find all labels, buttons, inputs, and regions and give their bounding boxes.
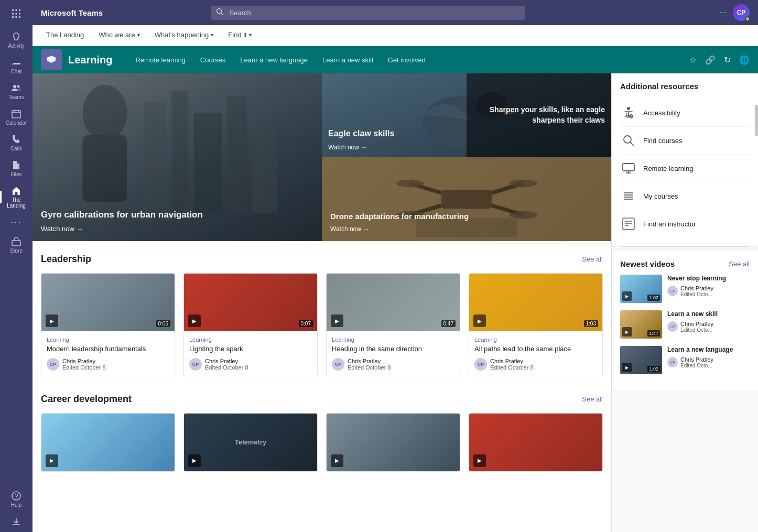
sidebar-item-calls[interactable]: Calls bbox=[0, 130, 33, 156]
newest-title: Learn a new language bbox=[667, 346, 750, 354]
hero-card-eagle-title: Eagle claw skills bbox=[328, 128, 394, 139]
hero-card-gyro-link[interactable]: Watch now → bbox=[41, 225, 313, 233]
newest-title: Learn a new skill bbox=[667, 310, 750, 319]
hero-card-drone[interactable]: Drone adaptations for manufacturing Watc… bbox=[322, 157, 611, 241]
video-duration: 0:47 bbox=[441, 320, 456, 327]
career-see-all[interactable]: See all bbox=[582, 395, 603, 403]
edited-date: Edited October 8 bbox=[62, 364, 106, 371]
search-input[interactable] bbox=[211, 6, 525, 20]
section-header-leadership: Leadership See all bbox=[41, 254, 603, 265]
sidebar-item-store[interactable]: Store bbox=[0, 232, 33, 258]
newest-video-never-stop[interactable]: ▶ 1:02 Never stop learning CP Chris Prat… bbox=[620, 275, 750, 303]
edited-date: Edited October 8 bbox=[490, 364, 534, 371]
newest-video-thumb: ▶ 1:02 bbox=[620, 346, 662, 374]
newest-video-thumb: ▶ 1:47 bbox=[620, 310, 662, 339]
sidebar-item-more[interactable]: ··· bbox=[0, 213, 33, 232]
author-name: Chris Pratley bbox=[205, 358, 248, 364]
topbar-more-icon[interactable]: ··· bbox=[720, 8, 727, 17]
learning-nav-new-skill[interactable]: Learn a new skill bbox=[316, 53, 380, 67]
app-content: The Landing Who we are ▾ What's happenin… bbox=[33, 25, 758, 532]
video-card-modern-leadership[interactable]: ▶ 0:05 Learning Modern leadership fundam… bbox=[41, 273, 175, 376]
resource-remote-learning[interactable]: Remote learning bbox=[620, 155, 750, 182]
career-title: Career development bbox=[41, 394, 132, 405]
resource-find-courses[interactable]: Find courses bbox=[620, 127, 750, 155]
sidebar-item-download[interactable] bbox=[0, 512, 33, 532]
nav-item-whats-happening[interactable]: What's happening ▾ bbox=[147, 25, 221, 46]
search-icon bbox=[216, 8, 223, 17]
svg-rect-15 bbox=[12, 241, 20, 246]
content-area: Gyro calibrations for urban navigation W… bbox=[33, 73, 758, 532]
hero-card-eagle-tagline: Sharpen your skills, like an eagle sharp… bbox=[473, 105, 605, 125]
find-courses-icon bbox=[620, 132, 637, 149]
leadership-title: Leadership bbox=[41, 254, 91, 265]
search-container bbox=[211, 6, 525, 20]
video-card-same-direction[interactable]: ▶ 0:47 Learning Heading in the same dire… bbox=[326, 273, 460, 376]
newest-author-name: Chris Pratley bbox=[680, 321, 713, 327]
hero-card-gyro[interactable]: Gyro calibrations for urban navigation W… bbox=[33, 73, 322, 241]
video-category: Learning bbox=[474, 336, 597, 343]
svg-line-19 bbox=[221, 13, 223, 15]
resource-accessibility[interactable]: Accessibility bbox=[620, 99, 750, 127]
hero-card-gyro-title: Gyro calibrations for urban navigation bbox=[41, 209, 313, 221]
newest-video-new-language[interactable]: ▶ 1:02 Learn a new language CP Chris Pra… bbox=[620, 346, 750, 374]
sidebar-item-help[interactable]: ? Help bbox=[0, 486, 33, 512]
career-video-card-2[interactable]: Telemetry ▶ bbox=[183, 413, 318, 472]
newest-duration: 1:02 bbox=[647, 366, 660, 372]
hero-card-drone-link[interactable]: Watch now → bbox=[330, 225, 603, 233]
refresh-icon[interactable]: ↻ bbox=[724, 55, 731, 65]
sidebar-item-landing[interactable]: The Landing bbox=[0, 181, 33, 213]
author-avatar: CP bbox=[332, 358, 344, 371]
svg-rect-6 bbox=[12, 16, 14, 18]
newest-duration: 1:47 bbox=[647, 330, 660, 336]
remote-learning-label: Remote learning bbox=[643, 165, 693, 172]
globe-icon[interactable]: 🌐 bbox=[739, 55, 750, 65]
video-duration: 0:07 bbox=[299, 320, 313, 327]
svg-rect-1 bbox=[16, 9, 17, 11]
play-icon: ▶ bbox=[473, 454, 486, 467]
svg-rect-47 bbox=[623, 164, 634, 171]
sidebar-apps-grid[interactable] bbox=[0, 4, 33, 24]
newest-edited: Edited Octo... bbox=[680, 291, 713, 297]
newest-author-avatar: CP bbox=[667, 286, 678, 296]
find-instructor-label: Find an instructor bbox=[643, 220, 696, 228]
newest-videos-see-all[interactable]: See all bbox=[729, 260, 750, 268]
video-card-lighting-spark[interactable]: ▶ 0:07 Learning Lighting the spark CP Ch… bbox=[183, 273, 318, 376]
newest-title: Never stop learning bbox=[667, 275, 750, 283]
link-icon[interactable]: 🔗 bbox=[705, 55, 716, 65]
video-thumb: ▶ 0:05 bbox=[41, 274, 175, 331]
career-video-card-1[interactable]: ▶ bbox=[41, 413, 175, 472]
find-courses-label: Find courses bbox=[643, 137, 682, 145]
newest-author-name: Chris Pratley bbox=[680, 356, 713, 363]
resource-find-instructor[interactable]: Find an instructor bbox=[620, 210, 750, 237]
video-category: Learning bbox=[332, 336, 454, 343]
career-video-card-3[interactable]: ▶ bbox=[326, 413, 460, 472]
newest-video-new-skill[interactable]: ▶ 1:47 Learn a new skill CP Chris Pratle… bbox=[620, 310, 750, 339]
leadership-see-all[interactable]: See all bbox=[582, 255, 603, 263]
video-title: Heading in the same direction bbox=[332, 345, 454, 354]
learning-nav-remote-learning[interactable]: Remote learning bbox=[129, 53, 191, 67]
chevron-down-icon: ▾ bbox=[137, 32, 140, 38]
hero-card-eagle[interactable]: Sharpen your skills, like an eagle sharp… bbox=[322, 73, 611, 157]
play-icon: ▶ bbox=[331, 454, 343, 467]
career-video-card-4[interactable]: ▶ bbox=[469, 413, 603, 472]
star-icon[interactable]: ☆ bbox=[689, 55, 697, 65]
nav-item-find-it[interactable]: Find it ▾ bbox=[221, 25, 258, 46]
sidebar-item-teams[interactable]: Teams bbox=[0, 79, 33, 104]
video-card-all-paths[interactable]: ▶ 1:03 Learning All paths lead to the sa… bbox=[469, 273, 603, 376]
learning-nav-courses[interactable]: Courses bbox=[194, 53, 232, 67]
hero-card-eagle-link[interactable]: Watch now → bbox=[328, 144, 394, 151]
avatar[interactable]: CP bbox=[733, 4, 750, 21]
sidebar-item-chat[interactable]: Chat bbox=[0, 53, 33, 79]
nav-item-who-we-are[interactable]: Who we are ▾ bbox=[91, 25, 147, 46]
accessibility-icon bbox=[620, 104, 637, 121]
sidebar-item-files[interactable]: Files bbox=[0, 156, 33, 181]
sidebar-item-activity[interactable]: Activity bbox=[0, 27, 33, 53]
learning-nav-get-involved[interactable]: Get involved bbox=[382, 53, 432, 67]
learning-nav-new-language[interactable]: Learn a new language bbox=[234, 53, 314, 67]
sidebar-item-calendar[interactable]: Calendar bbox=[0, 104, 33, 130]
leadership-section: Leadership See all ▶ 0:05 Lea bbox=[33, 241, 611, 385]
svg-line-46 bbox=[630, 142, 634, 146]
resource-my-courses[interactable]: My courses bbox=[620, 182, 750, 210]
newest-play-icon: ▶ bbox=[622, 327, 632, 336]
nav-item-the-landing[interactable]: The Landing bbox=[39, 25, 91, 46]
